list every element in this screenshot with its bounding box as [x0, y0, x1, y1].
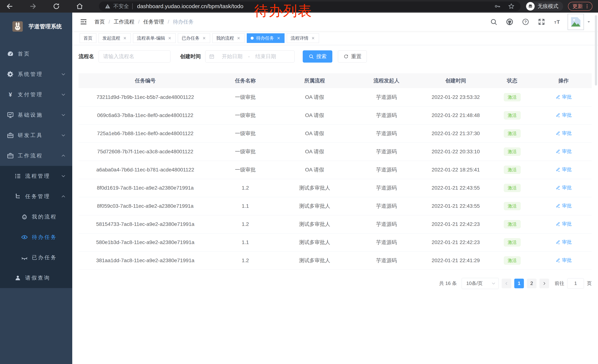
sidebar-item-home[interactable]: 首页 — [0, 44, 72, 64]
chevron-up-icon — [61, 194, 66, 199]
tab-process-detail[interactable]: 流程详情 — [287, 33, 319, 43]
task-starter-cell: 芋道源码 — [350, 106, 422, 124]
page-size-value: 10条/页 — [466, 280, 482, 287]
github-icon[interactable] — [506, 18, 514, 26]
app-logo-row[interactable]: 芋道管理系统 — [0, 13, 72, 40]
sidebar-item-leave-query[interactable]: 请假查询 — [0, 268, 72, 288]
bookmark-star-icon[interactable] — [507, 3, 515, 10]
action-cell: 审批 — [535, 143, 592, 161]
sidebar-item-system[interactable]: 系统管理 — [0, 64, 72, 84]
chevron-down-icon — [61, 133, 66, 138]
password-key-icon[interactable] — [494, 3, 501, 10]
help-icon[interactable]: ? — [522, 18, 530, 26]
approve-action-link[interactable]: 审批 — [555, 148, 572, 155]
page-button-1[interactable]: 1 — [514, 279, 524, 288]
browser-back-button[interactable] — [6, 2, 14, 10]
svg-text:¥: ¥ — [9, 91, 12, 98]
sidebar-item-infra[interactable]: 基础设施 — [0, 105, 72, 125]
app-title: 芋道管理系统 — [29, 23, 62, 30]
browser-menu-icon[interactable] — [584, 4, 590, 9]
close-icon[interactable] — [168, 36, 172, 40]
approve-action-link[interactable]: 审批 — [555, 257, 572, 263]
sidebar-item-label: 我的流程 — [32, 213, 57, 220]
browser-reload-button[interactable] — [52, 2, 60, 10]
sidebar-item-done-task[interactable]: 已办任务 — [0, 247, 72, 268]
approve-action-label: 审批 — [562, 94, 572, 100]
scrollbar-thumb[interactable] — [595, 15, 597, 86]
sidebar-item-workflow[interactable]: 工作流程 — [0, 146, 72, 166]
task-created-cell: 2022-01-22 23:53:32 — [422, 88, 489, 106]
reset-button[interactable]: 重置 — [338, 50, 367, 63]
tab-home[interactable]: 首页 — [80, 33, 96, 43]
font-size-icon[interactable]: TT — [554, 18, 561, 26]
status-cell: 激活 — [489, 124, 535, 143]
process-name-input[interactable] — [99, 50, 170, 63]
sidebar-collapse-button[interactable] — [80, 18, 87, 26]
breadcrumb-item[interactable]: 首页 — [94, 18, 105, 25]
sidebar-item-my-process[interactable]: 我的流程 — [0, 207, 72, 227]
task-created-cell: 2022-01-22 18:25:41 — [422, 161, 489, 179]
page-size-select[interactable]: 10条/页 — [462, 278, 499, 289]
approve-action-link[interactable]: 审批 — [555, 202, 572, 209]
tab-done-task[interactable]: 已办任务 — [178, 33, 210, 43]
url-text: dashboard.yudao.iocoder.cn/bpm/task/todo — [137, 3, 243, 9]
approve-action-link[interactable]: 审批 — [555, 112, 572, 118]
avatar[interactable] — [568, 14, 584, 30]
page-button-2[interactable]: 2 — [527, 279, 537, 288]
approve-action-link[interactable]: 审批 — [555, 166, 572, 173]
approve-action-link[interactable]: 审批 — [555, 221, 572, 227]
robot-icon — [21, 213, 28, 220]
search-button[interactable]: 搜索 — [303, 50, 332, 63]
sidebar-item-task-mgmt[interactable]: 任务管理 — [0, 186, 72, 207]
column-header-process: 所属流程 — [279, 73, 350, 88]
approve-action-link[interactable]: 审批 — [555, 130, 572, 137]
end-date-input[interactable] — [251, 54, 281, 59]
sidebar-item-payment[interactable]: ¥支付管理 — [0, 84, 72, 105]
filter-form: 流程名 创建时间 - 搜索 重置 — [79, 50, 592, 63]
sidebar-item-todo-task[interactable]: 待办任务 — [0, 227, 72, 247]
next-page-button[interactable] — [540, 279, 549, 288]
action-cell: 审批 — [535, 124, 592, 143]
sidebar-item-devtools[interactable]: 研发工具 — [0, 125, 72, 146]
date-range-picker[interactable]: - — [205, 50, 295, 63]
tab-todo-task[interactable]: 待办任务 — [247, 33, 284, 43]
browser-home-button[interactable] — [75, 2, 84, 10]
address-divider — [132, 3, 133, 9]
task-name-cell: 一级审批 — [212, 143, 279, 161]
action-cell: 审批 — [535, 88, 592, 106]
table-row: 75d72608-7b7f-11ec-a3c8-acde48001122一级审批… — [79, 143, 592, 161]
start-date-input[interactable] — [217, 54, 247, 59]
sidebar-item-process-mgmt[interactable]: 流程管理 — [0, 166, 72, 186]
sidebar-item-label: 待办任务 — [32, 234, 57, 241]
approve-action-link[interactable]: 审批 — [555, 94, 572, 100]
task-created-cell: 2022-01-21 22:42:23 — [422, 233, 489, 251]
breadcrumb-item[interactable]: 任务管理 — [143, 18, 164, 25]
breadcrumb-item[interactable]: 工作流程 — [114, 18, 134, 25]
prev-page-button[interactable] — [502, 279, 511, 288]
briefcase-icon — [7, 152, 14, 159]
goto-page-input[interactable] — [567, 278, 584, 289]
pencil-icon — [555, 112, 561, 118]
close-icon[interactable] — [277, 36, 281, 40]
tab-start-process[interactable]: 发起流程 — [99, 33, 131, 43]
table-row: 8f059c03-7ac8-11ec-a9e2-a2380e71991a1.1测… — [79, 197, 592, 215]
column-header-created: 创建时间 — [422, 73, 489, 88]
close-icon[interactable] — [311, 36, 315, 40]
close-icon[interactable] — [237, 36, 241, 40]
avatar-caret-down-icon[interactable] — [586, 19, 591, 24]
browser-forward-button[interactable] — [29, 2, 37, 10]
approve-action-link[interactable]: 审批 — [555, 239, 572, 245]
tab-label: 首页 — [83, 35, 92, 41]
close-icon[interactable] — [123, 36, 127, 40]
tab-form-edit[interactable]: 流程表单-编辑 — [133, 33, 176, 43]
close-icon[interactable] — [202, 36, 206, 40]
approve-action-link[interactable]: 审批 — [555, 184, 572, 191]
status-badge: 激活 — [504, 238, 521, 246]
browser-update-button[interactable]: 更新 — [568, 2, 592, 11]
sidebar-item-label: 首页 — [18, 50, 30, 57]
tab-my-process[interactable]: 我的流程 — [212, 33, 245, 43]
header-search-icon[interactable] — [490, 18, 498, 26]
task-name-cell: 1.2 — [212, 251, 279, 270]
app-logo-icon — [11, 21, 24, 32]
fullscreen-icon[interactable] — [538, 18, 545, 26]
